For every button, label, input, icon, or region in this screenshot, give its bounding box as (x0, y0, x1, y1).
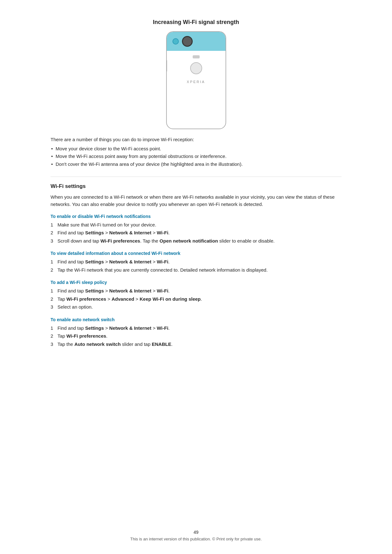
notifications-step-2: 2 Find and tap Settings > Network & Inte… (51, 229, 341, 237)
phone-home-button (190, 62, 202, 74)
bullet-list: Move your device closer to the Wi-Fi acc… (51, 145, 341, 168)
detailed-info-step-1-text: Find and tap Settings > Network & Intern… (57, 258, 341, 266)
notifications-step-1-text: Make sure that Wi-Fi turned on for your … (57, 221, 341, 229)
sleep-policy-step-3-text: Select an option. (57, 304, 341, 311)
subsection-sleep-policy-heading: To add a Wi-Fi sleep policy (51, 280, 341, 285)
wifi-settings-description: When you are connected to a Wi-Fi networ… (51, 193, 341, 208)
wifi-settings-section: Wi-Fi settings When you are connected to… (51, 183, 341, 348)
subsection-auto-network-switch-heading: To enable auto network switch (51, 317, 341, 322)
phone-device: XPERIA (166, 31, 226, 129)
auto-switch-step-3: 3 Tap the Auto network switch slider and… (51, 341, 341, 348)
subsection-notifications-heading: To enable or disable Wi-Fi network notif… (51, 214, 341, 219)
bullet-item-3-text: Don't cover the Wi-Fi antenna area of yo… (56, 161, 243, 167)
auto-switch-step-1: 1 Find and tap Settings > Network & Inte… (51, 325, 341, 332)
page-number: 49 (0, 530, 392, 535)
phone-brand-label: XPERIA (187, 80, 205, 84)
notifications-steps: 1 Make sure that Wi-Fi turned on for you… (51, 221, 341, 245)
intro-text: There are a number of things you can do … (51, 136, 341, 143)
sleep-policy-step-2-text: Tap Wi-Fi preferences > Advanced > Keep … (57, 296, 341, 303)
wifi-settings-heading: Wi-Fi settings (51, 183, 341, 190)
subsection-detailed-info-heading: To view detailed information about a con… (51, 251, 341, 256)
footer: 49 This is an internet version of this p… (0, 530, 392, 541)
auto-switch-step-2-text: Tap Wi-Fi preferences. (57, 333, 341, 340)
notifications-step-2-text: Find and tap Settings > Network & Intern… (57, 229, 341, 237)
sleep-policy-step-1: 1 Find and tap Settings > Network & Inte… (51, 287, 341, 295)
subsection-notifications: To enable or disable Wi-Fi network notif… (51, 214, 341, 245)
detailed-info-step-1: 1 Find and tap Settings > Network & Inte… (51, 258, 341, 266)
notifications-step-1: 1 Make sure that Wi-Fi turned on for you… (51, 221, 341, 229)
auto-switch-step-1-text: Find and tap Settings > Network & Intern… (57, 325, 341, 332)
phone-camera-large (182, 36, 193, 47)
bullet-item-2: Move the Wi-Fi access point away from an… (51, 153, 341, 160)
sleep-policy-step-2: 2 Tap Wi-Fi preferences > Advanced > Kee… (51, 296, 341, 303)
phone-camera-small (172, 38, 179, 45)
notifications-step-3-text: Scroll down and tap Wi-Fi preferences. T… (57, 238, 341, 245)
sleep-policy-step-1-text: Find and tap Settings > Network & Intern… (57, 287, 341, 295)
auto-switch-steps: 1 Find and tap Settings > Network & Inte… (51, 325, 341, 348)
notifications-step-3: 3 Scroll down and tap Wi-Fi preferences.… (51, 238, 341, 245)
phone-sensor (193, 55, 200, 58)
detailed-info-step-2-text: Tap the Wi-Fi network that you are curre… (57, 267, 341, 274)
detailed-info-step-2: 2 Tap the Wi-Fi network that you are cur… (51, 267, 341, 274)
subsection-sleep-policy: To add a Wi-Fi sleep policy 1 Find and t… (51, 280, 341, 311)
subsection-auto-network-switch: To enable auto network switch 1 Find and… (51, 317, 341, 348)
auto-switch-step-2: 2 Tap Wi-Fi preferences. (51, 333, 341, 340)
page-title: Increasing Wi-Fi signal strength (51, 19, 341, 26)
subsection-detailed-info: To view detailed information about a con… (51, 251, 341, 274)
bullet-item-1: Move your device closer to the Wi-Fi acc… (51, 145, 341, 153)
bullet-item-3: Don't cover the Wi-Fi antenna area of yo… (51, 161, 341, 168)
section-divider-1 (51, 177, 341, 177)
phone-top-bar (167, 32, 226, 51)
page: Increasing Wi-Fi signal strength XPERIA … (0, 0, 392, 554)
phone-side-button (166, 60, 167, 71)
sleep-policy-step-3: 3 Select an option. (51, 304, 341, 311)
phone-illustration: XPERIA (51, 31, 341, 129)
footer-text: This is an internet version of this publ… (0, 537, 392, 541)
detailed-info-steps: 1 Find and tap Settings > Network & Inte… (51, 258, 341, 274)
auto-switch-step-3-text: Tap the Auto network switch slider and t… (57, 341, 341, 348)
phone-body: XPERIA (167, 51, 226, 87)
sleep-policy-steps: 1 Find and tap Settings > Network & Inte… (51, 287, 341, 311)
